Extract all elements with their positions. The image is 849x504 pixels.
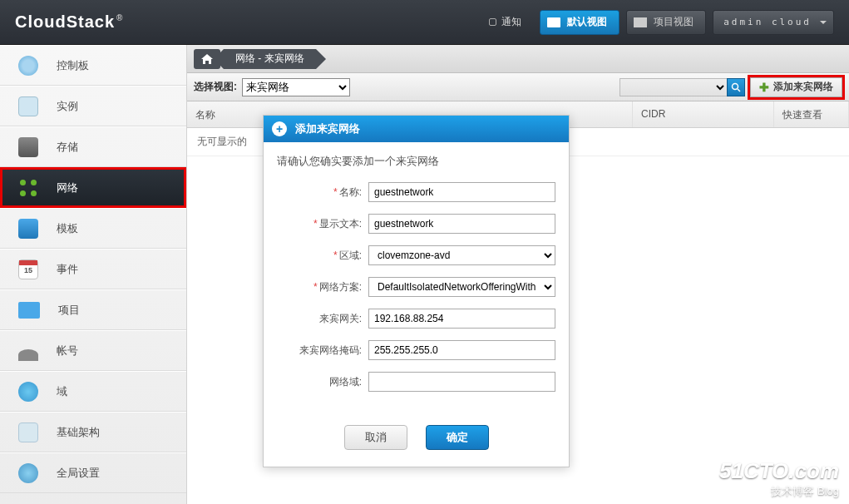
modal-overlay: + 添加来宾网络 请确认您确实要添加一个来宾网络 *名称: *显示文本: *区域…: [0, 0, 849, 504]
dialog-message: 请确认您确实要添加一个来宾网络: [264, 142, 569, 177]
dialog-header: + 添加来宾网络: [264, 116, 569, 142]
dialog-form: *名称: *显示文本: *区域:clovemzone-avd *网络方案:Def…: [264, 177, 569, 418]
input-display-text[interactable]: [368, 214, 555, 234]
select-network-offering[interactable]: DefaultIsolatedNetworkOfferingWith: [368, 277, 555, 297]
select-zone[interactable]: clovemzone-avd: [368, 245, 555, 265]
label-gateway: 来宾网关:: [277, 312, 368, 326]
input-guest-netmask[interactable]: [368, 340, 555, 360]
label-offering: *网络方案:: [277, 280, 368, 294]
input-name[interactable]: [368, 182, 555, 202]
dialog-title: 添加来宾网络: [295, 121, 360, 136]
label-name: *名称:: [277, 185, 368, 200]
input-network-domain[interactable]: [368, 372, 555, 392]
plus-circle-icon: +: [272, 121, 287, 136]
label-zone: *区域:: [277, 249, 368, 263]
cancel-button[interactable]: 取消: [344, 425, 407, 450]
label-domain: 网络域:: [277, 375, 368, 389]
label-display: *显示文本:: [277, 217, 368, 231]
input-guest-gateway[interactable]: [368, 309, 555, 329]
label-netmask: 来宾网络掩码:: [277, 343, 368, 358]
add-network-dialog: + 添加来宾网络 请确认您确实要添加一个来宾网络 *名称: *显示文本: *区域…: [263, 115, 570, 467]
ok-button[interactable]: 确定: [426, 425, 489, 450]
dialog-buttons: 取消 确定: [264, 418, 569, 467]
